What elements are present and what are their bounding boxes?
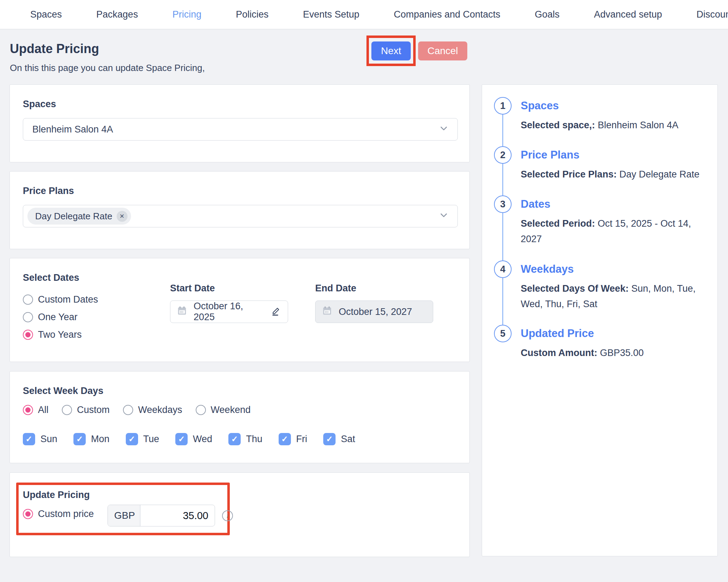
tab-policies[interactable]: Policies (236, 9, 268, 20)
step-title[interactable]: Price Plans (521, 146, 579, 164)
summary-panel: 1 Spaces Selected space,: Blenheim Salon… (482, 84, 718, 556)
step-title[interactable]: Updated Price (521, 325, 594, 342)
update-pricing-panel: Update Pricing Custom price GBP 35.00 i (9, 472, 470, 557)
day-sat[interactable]: ✓ Sat (323, 433, 355, 445)
day-wed[interactable]: ✓ Wed (175, 433, 212, 445)
radio-weekend-label: Weekend (211, 405, 251, 415)
day-mon[interactable]: ✓ Mon (73, 433, 110, 445)
day-thu[interactable]: ✓ Thu (228, 433, 262, 445)
cancel-button[interactable]: Cancel (418, 41, 467, 60)
select-dates-panel: Select Dates Custom Dates One Year Two Y… (9, 258, 470, 362)
date-range-options: Custom Dates One Year Two Years (23, 293, 98, 341)
radio-all[interactable]: All (23, 405, 48, 415)
checkbox-checked-icon[interactable]: ✓ (126, 433, 138, 445)
radio-two-years[interactable]: Two Years (23, 329, 98, 341)
spaces-panel: Spaces Blenheim Salon 4A (9, 84, 470, 162)
tab-discounts[interactable]: Discounts (696, 9, 728, 20)
step-detail: Selected Price Plans: Day Delegate Rate (521, 167, 713, 182)
radio-two-years-label: Two Years (38, 329, 82, 340)
radio-one-year[interactable]: One Year (23, 311, 98, 323)
tab-events-setup[interactable]: Events Setup (303, 9, 359, 20)
tab-packages[interactable]: Packages (96, 9, 138, 20)
step-detail-label: Selected Days Of Week: (521, 283, 629, 294)
custom-price-input[interactable]: 35.00 (141, 505, 215, 526)
radio-selected-icon[interactable] (23, 330, 33, 340)
price-plans-select[interactable]: Day Delegate Rate ✕ (23, 205, 458, 227)
spaces-panel-heading: Spaces (23, 99, 56, 110)
page-title: Update Pricing (10, 41, 99, 56)
radio-custom[interactable]: Custom (62, 405, 110, 415)
checkbox-checked-icon[interactable]: ✓ (73, 433, 86, 445)
day-sun-label: Sun (40, 434, 57, 445)
tab-goals[interactable]: Goals (535, 9, 560, 20)
info-icon[interactable]: i (222, 510, 233, 521)
step-detail: Selected Period: Oct 15, 2025 - Oct 14, … (521, 216, 713, 247)
start-date-field[interactable]: October 16, 2025 (170, 300, 288, 323)
edit-pencil-icon[interactable] (271, 305, 281, 318)
day-mon-label: Mon (91, 434, 110, 445)
radio-one-year-label: One Year (38, 312, 78, 323)
step-detail-label: Selected space,: (521, 120, 595, 130)
remove-tag-icon[interactable]: ✕ (117, 211, 128, 222)
radio-all-label: All (38, 405, 48, 415)
day-sat-label: Sat (341, 434, 355, 445)
checkbox-checked-icon[interactable]: ✓ (279, 433, 291, 445)
custom-price-input-group: GBP 35.00 (108, 505, 215, 526)
radio-selected-icon[interactable] (23, 405, 33, 415)
step-detail-value: Blenheim Salon 4A (598, 120, 678, 130)
select-week-days-heading: Select Week Days (23, 386, 103, 396)
price-plans-panel-heading: Price Plans (23, 186, 74, 196)
step-title[interactable]: Weekdays (521, 260, 574, 278)
spaces-select[interactable]: Blenheim Salon 4A (23, 118, 458, 141)
week-days-mode-options: All Custom Weekdays Weekend (23, 405, 251, 415)
day-wed-label: Wed (193, 434, 212, 445)
radio-custom-dates[interactable]: Custom Dates (23, 293, 98, 305)
step-detail: Custom Amount: GBP35.00 (521, 345, 713, 361)
step-detail-label: Custom Amount: (521, 348, 597, 358)
radio-icon[interactable] (62, 405, 72, 415)
tab-pricing[interactable]: Pricing (173, 9, 202, 20)
radio-icon[interactable] (196, 405, 206, 415)
checkbox-checked-icon[interactable]: ✓ (323, 433, 336, 445)
spaces-select-value: Blenheim Salon 4A (32, 124, 113, 135)
step-title[interactable]: Dates (521, 195, 550, 213)
day-fri[interactable]: ✓ Fri (279, 433, 307, 445)
radio-weekdays[interactable]: Weekdays (123, 405, 182, 415)
radio-icon[interactable] (123, 405, 133, 415)
tab-spaces[interactable]: Spaces (30, 9, 62, 20)
day-sun[interactable]: ✓ Sun (23, 433, 57, 445)
checkbox-checked-icon[interactable]: ✓ (228, 433, 241, 445)
radio-selected-icon[interactable] (23, 509, 33, 519)
chevron-down-icon[interactable] (439, 211, 448, 222)
checkbox-checked-icon[interactable]: ✓ (23, 433, 35, 445)
radio-weekend[interactable]: Weekend (196, 405, 251, 415)
tab-companies-and-contacts[interactable]: Companies and Contacts (394, 9, 500, 20)
day-tue[interactable]: ✓ Tue (126, 433, 160, 445)
radio-icon[interactable] (23, 312, 33, 322)
radio-custom-label: Custom (77, 405, 110, 415)
week-days-checkboxes: ✓ Sun ✓ Mon ✓ Tue ✓ Wed ✓ Thu ✓ Fri ✓ Sa… (23, 433, 355, 445)
page-subtitle: On this this page you can update Space P… (10, 63, 205, 73)
tab-advanced-setup[interactable]: Advanced setup (594, 9, 662, 20)
checkbox-checked-icon[interactable]: ✓ (175, 433, 188, 445)
start-date-value: October 16, 2025 (194, 301, 265, 323)
step-title[interactable]: Spaces (521, 97, 559, 115)
chevron-down-icon[interactable] (439, 124, 448, 135)
end-date-label: End Date (315, 283, 356, 294)
price-plan-tag: Day Delegate Rate ✕ (27, 208, 131, 225)
calendar-icon (322, 305, 332, 318)
radio-custom-price[interactable]: Custom price (23, 509, 94, 519)
select-week-days-panel: Select Week Days All Custom Weekdays Wee… (9, 371, 470, 463)
step-number-badge: 5 (494, 325, 512, 342)
step-detail: Selected space,: Blenheim Salon 4A (521, 117, 713, 133)
update-pricing-heading: Update Pricing (23, 490, 90, 500)
step-detail-label: Selected Price Plans: (521, 169, 617, 180)
end-date-value: October 15, 2027 (339, 306, 412, 317)
price-plans-panel: Price Plans Day Delegate Rate ✕ (9, 171, 470, 249)
stepper-connector-line (502, 106, 503, 334)
radio-custom-price-label: Custom price (38, 509, 94, 519)
next-button[interactable]: Next (371, 41, 411, 60)
calendar-icon (177, 305, 187, 318)
radio-icon[interactable] (23, 295, 33, 305)
day-thu-label: Thu (246, 434, 262, 445)
